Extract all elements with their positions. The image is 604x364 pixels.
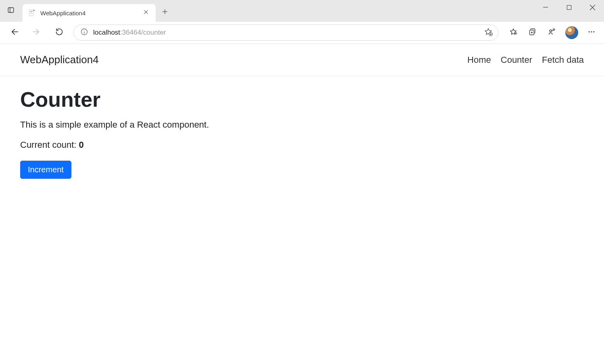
svg-marker-25 — [510, 29, 517, 35]
nav-link-home[interactable]: Home — [467, 55, 491, 65]
plus-icon — [161, 8, 169, 17]
svg-rect-13 — [567, 5, 571, 9]
tab-actions-button[interactable] — [4, 4, 18, 18]
window-close-button[interactable] — [581, 0, 604, 16]
page: WebApplication4 Home Counter Fetch data … — [0, 44, 604, 190]
nav-back-button[interactable] — [6, 24, 23, 41]
tab-favicon-icon — [28, 9, 35, 17]
nav-link-fetch-data[interactable]: Fetch data — [542, 55, 584, 65]
window-minimize-button[interactable] — [534, 0, 557, 16]
collections-button[interactable] — [524, 24, 541, 41]
person-share-icon — [548, 28, 556, 37]
url-text: localhost:36464/counter — [93, 29, 482, 37]
site-info-button[interactable] — [79, 28, 89, 37]
refresh-icon — [55, 28, 63, 37]
count-value: 0 — [79, 140, 84, 150]
forward-icon — [31, 27, 40, 38]
brand[interactable]: WebApplication4 — [20, 54, 99, 66]
nav-links: Home Counter Fetch data — [467, 55, 584, 65]
close-icon — [143, 9, 149, 17]
toolbar-right-tools — [505, 24, 600, 41]
back-icon — [10, 27, 19, 38]
svg-rect-2 — [29, 10, 33, 16]
svg-point-32 — [550, 30, 552, 32]
favorites-button[interactable] — [505, 24, 522, 41]
profile-avatar[interactable] — [565, 26, 578, 39]
count-label: Current count: — [20, 140, 79, 150]
browser-essentials-button[interactable] — [544, 24, 560, 41]
tab-actions-icon — [7, 6, 15, 15]
url-rest: :36464/counter — [120, 29, 166, 36]
close-icon — [589, 4, 596, 12]
add-favorite-button[interactable] — [482, 26, 495, 39]
settings-menu-button[interactable] — [583, 24, 600, 41]
svg-rect-0 — [8, 8, 14, 12]
maximize-icon — [567, 4, 572, 12]
window-maximize-button[interactable] — [557, 0, 581, 16]
nav-forward-button[interactable] — [27, 24, 44, 41]
svg-point-20 — [84, 30, 85, 31]
address-bar[interactable]: localhost:36464/counter — [73, 25, 498, 41]
window-controls — [534, 0, 604, 16]
tab-close-button[interactable] — [142, 9, 150, 17]
new-tab-button[interactable] — [158, 6, 172, 19]
info-icon — [80, 28, 88, 37]
svg-point-35 — [591, 31, 592, 33]
ellipsis-icon — [587, 28, 596, 37]
svg-point-36 — [593, 31, 594, 33]
nav-link-counter[interactable]: Counter — [501, 55, 532, 65]
svg-point-34 — [589, 31, 590, 33]
count-line: Current count: 0 — [20, 140, 584, 150]
page-heading: Counter — [20, 87, 584, 112]
star-plus-icon — [484, 27, 493, 38]
collections-icon — [529, 28, 537, 37]
browser-tab-strip: WebApplication4 — [0, 0, 604, 22]
page-description: This is a simple example of a React comp… — [20, 120, 584, 130]
browser-tab[interactable]: WebApplication4 — [23, 4, 156, 22]
page-content: Counter This is a simple example of a Re… — [0, 76, 604, 190]
url-host: localhost — [93, 29, 120, 36]
browser-toolbar: localhost:36464/counter — [0, 22, 604, 44]
minimize-icon — [543, 4, 548, 12]
app-navbar: WebApplication4 Home Counter Fetch data — [0, 44, 604, 76]
favorites-star-icon — [509, 28, 517, 37]
tab-title: WebApplication4 — [40, 10, 142, 17]
nav-refresh-button[interactable] — [51, 24, 68, 41]
svg-point-33 — [553, 29, 555, 31]
svg-rect-3 — [33, 10, 35, 11]
increment-button[interactable]: Increment — [20, 161, 71, 179]
